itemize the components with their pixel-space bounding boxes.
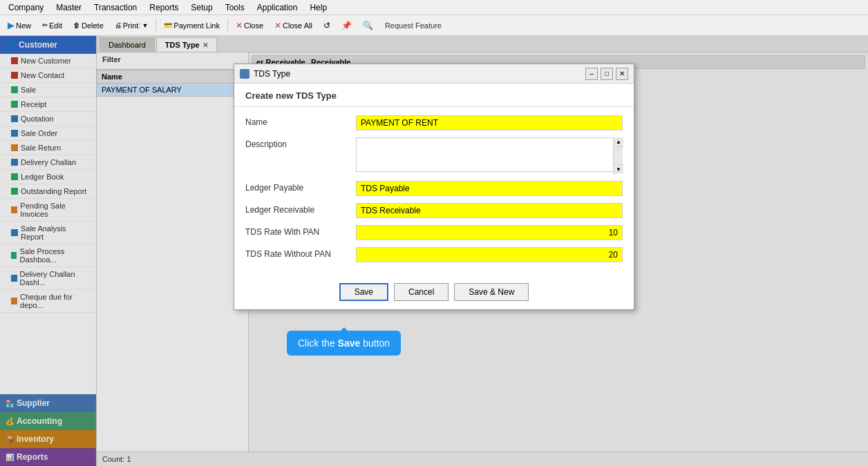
tds-rate-pan-label: TDS Rate With PAN xyxy=(245,225,356,237)
search-icon: 🔍 xyxy=(363,21,373,30)
pin-button[interactable]: 📌 xyxy=(337,19,357,32)
menu-tools[interactable]: Tools xyxy=(220,1,250,14)
modal-title-text: TDS Type xyxy=(254,69,290,79)
refresh-button[interactable]: ↺ xyxy=(319,19,335,32)
delete-icon: 🗑 xyxy=(73,21,80,29)
close-button[interactable]: ✕ Close xyxy=(231,19,268,32)
modal-close-button[interactable]: ✕ xyxy=(616,68,628,80)
ledger-receivable-label: Ledger Receivable xyxy=(245,203,356,215)
print-icon: 🖨 xyxy=(115,21,122,29)
ledger-receivable-field xyxy=(356,203,623,218)
name-input[interactable] xyxy=(356,115,623,130)
separator-1 xyxy=(155,19,156,32)
save-button[interactable]: Save xyxy=(339,283,388,301)
modal-body: Name Description ▲ ▼ Ledger Payable xyxy=(234,107,634,278)
request-feature-label[interactable]: Request Feature xyxy=(385,21,442,30)
tds-rate-without-pan-input[interactable] xyxy=(356,247,623,262)
save-new-button[interactable]: Save & New xyxy=(454,283,529,301)
description-field: ▲ ▼ xyxy=(356,137,623,174)
tds-type-modal: TDS Type – □ ✕ Create new TDS Type Name xyxy=(234,64,634,310)
ledger-payable-input[interactable] xyxy=(356,181,623,196)
modal-maximize-button[interactable]: □ xyxy=(601,68,613,80)
modal-controls: – □ ✕ xyxy=(585,68,628,80)
new-button[interactable]: ▶ New xyxy=(3,18,36,32)
edit-button[interactable]: ✏ Edit xyxy=(37,19,67,32)
description-label: Description xyxy=(245,137,356,149)
payment-link-button[interactable]: 💳 Payment Link xyxy=(159,19,225,32)
callout-line1: Click the xyxy=(298,338,338,349)
ledger-payable-label: Ledger Payable xyxy=(245,181,356,193)
menu-company[interactable]: Company xyxy=(3,1,49,14)
description-textarea[interactable] xyxy=(356,137,623,172)
modal-footer: Save Cancel Save & New xyxy=(234,278,634,309)
delete-button[interactable]: 🗑 Delete xyxy=(68,19,108,32)
form-row-ledger-receivable: Ledger Receivable xyxy=(245,203,623,218)
name-label: Name xyxy=(245,115,356,127)
print-button[interactable]: 🖨 Print ▼ xyxy=(110,19,153,32)
menu-transaction[interactable]: Transaction xyxy=(88,1,142,14)
modal-minimize-button[interactable]: – xyxy=(585,68,598,80)
form-row-description: Description ▲ ▼ xyxy=(245,137,623,174)
form-row-tds-rate-without-pan: TDS Rate Without PAN xyxy=(245,247,623,262)
name-field xyxy=(356,115,623,130)
tds-rate-pan-input[interactable] xyxy=(356,225,623,240)
toolbar: ▶ New ✏ Edit 🗑 Delete 🖨 Print ▼ 💳 Paymen… xyxy=(0,15,868,36)
ledger-payable-field xyxy=(356,181,623,196)
payment-link-icon: 💳 xyxy=(164,21,172,29)
menu-help[interactable]: Help xyxy=(304,1,332,14)
close-icon: ✕ xyxy=(236,21,243,30)
modal-header: Create new TDS Type xyxy=(234,84,634,107)
scrollbar-down[interactable]: ▼ xyxy=(614,164,623,174)
menu-application[interactable]: Application xyxy=(252,1,303,14)
menu-reports[interactable]: Reports xyxy=(144,1,184,14)
menu-master[interactable]: Master xyxy=(50,1,87,14)
ledger-receivable-input[interactable] xyxy=(356,203,623,218)
modal-title-left: TDS Type xyxy=(240,69,290,79)
tds-rate-without-pan-label: TDS Rate Without PAN xyxy=(245,247,356,259)
modal-title-icon xyxy=(240,69,249,79)
edit-icon: ✏ xyxy=(42,21,48,29)
print-dropdown-icon[interactable]: ▼ xyxy=(140,22,148,29)
close-all-icon: ✕ xyxy=(274,21,281,30)
separator-2 xyxy=(227,19,228,32)
modal-overlay: TDS Type – □ ✕ Create new TDS Type Name xyxy=(0,36,868,466)
refresh-icon: ↺ xyxy=(323,21,330,30)
menu-setup[interactable]: Setup xyxy=(185,1,218,14)
form-row-ledger-payable: Ledger Payable xyxy=(245,181,623,196)
modal-header-text: Create new TDS Type xyxy=(245,90,337,101)
cancel-button[interactable]: Cancel xyxy=(394,283,449,301)
modal-titlebar: TDS Type – □ ✕ xyxy=(234,64,634,84)
tds-rate-pan-field xyxy=(356,225,623,240)
close-all-button[interactable]: ✕ Close All xyxy=(270,19,317,32)
callout-line2: button xyxy=(360,338,390,349)
pin-icon: 📌 xyxy=(341,21,352,30)
scrollbar-up[interactable]: ▲ xyxy=(614,137,623,147)
callout-bold: Save xyxy=(338,338,361,349)
new-icon: ▶ xyxy=(8,20,15,30)
form-row-tds-rate-pan: TDS Rate With PAN xyxy=(245,225,623,240)
callout-tooltip: Click the Save button xyxy=(287,331,401,356)
tds-rate-without-pan-field xyxy=(356,247,623,262)
form-row-name: Name xyxy=(245,115,623,130)
textarea-scrollbar: ▲ ▼ xyxy=(613,137,623,174)
menu-bar: Company Master Transaction Reports Setup… xyxy=(0,0,868,15)
search-button[interactable]: 🔍 xyxy=(358,19,378,32)
